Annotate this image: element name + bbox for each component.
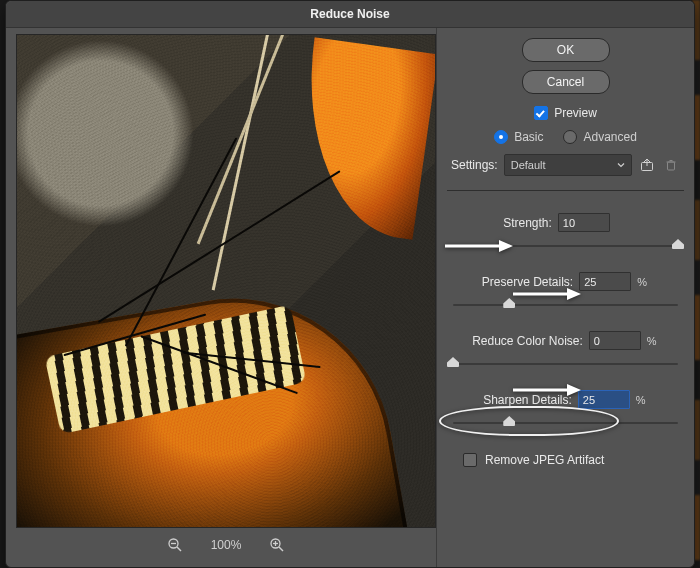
preserve-details-label: Preserve Details: [482,275,573,289]
remove-jpeg-artifact-checkbox[interactable] [463,453,477,467]
delete-preset-icon [662,156,680,174]
settings-label: Settings: [451,158,498,172]
sharpen-details-input[interactable] [578,390,630,409]
chevron-down-icon [617,159,625,171]
param-reduce-color-noise: Reduce Color Noise: % [451,331,680,372]
zoom-bar: 100% [16,528,436,562]
svg-rect-9 [668,162,675,170]
strength-slider[interactable] [453,238,678,254]
controls-column: OK Cancel Preview Basic Advanced Setting… [436,28,694,567]
reduce-color-noise-label: Reduce Color Noise: [472,334,583,348]
strength-input[interactable] [558,213,610,232]
sharpen-details-label: Sharpen Details: [483,393,572,407]
remove-jpeg-artifact-label: Remove JPEG Artifact [485,453,604,467]
preview-column: 100% [6,28,436,567]
mode-advanced-radio[interactable]: Advanced [563,130,636,144]
preview-canvas[interactable] [16,34,436,528]
cancel-button-label: Cancel [547,75,584,89]
preserve-details-unit: % [637,276,649,288]
mode-basic-label: Basic [514,130,543,144]
strength-label: Strength: [503,216,552,230]
dialog-title: Reduce Noise [6,1,694,28]
sharpen-details-unit: % [636,394,648,406]
settings-preset-select[interactable]: Default [504,154,632,176]
preview-checkbox[interactable] [534,106,548,120]
settings-preset-value: Default [511,159,546,171]
zoom-in-icon[interactable] [269,537,285,553]
ok-button[interactable]: OK [522,38,610,62]
preserve-details-slider[interactable] [453,297,678,313]
preserve-details-input[interactable] [579,272,631,291]
zoom-out-icon[interactable] [167,537,183,553]
reduce-noise-dialog: Reduce Noise 100% [5,0,695,568]
svg-line-4 [279,547,283,551]
divider [447,190,684,191]
reduce-color-noise-slider[interactable] [453,356,678,372]
param-strength: Strength: [451,213,680,254]
reduce-color-noise-input[interactable] [589,331,641,350]
cancel-button[interactable]: Cancel [522,70,610,94]
save-preset-icon[interactable] [638,156,656,174]
sharpen-details-slider[interactable] [453,415,678,431]
zoom-level: 100% [211,538,242,552]
svg-line-1 [177,547,181,551]
param-sharpen-details: Sharpen Details: % [451,390,680,431]
mode-basic-radio[interactable]: Basic [494,130,543,144]
ok-button-label: OK [557,43,574,57]
param-preserve-details: Preserve Details: % [451,272,680,313]
mode-advanced-label: Advanced [583,130,636,144]
reduce-color-noise-unit: % [647,335,659,347]
preview-checkbox-label: Preview [554,106,597,120]
